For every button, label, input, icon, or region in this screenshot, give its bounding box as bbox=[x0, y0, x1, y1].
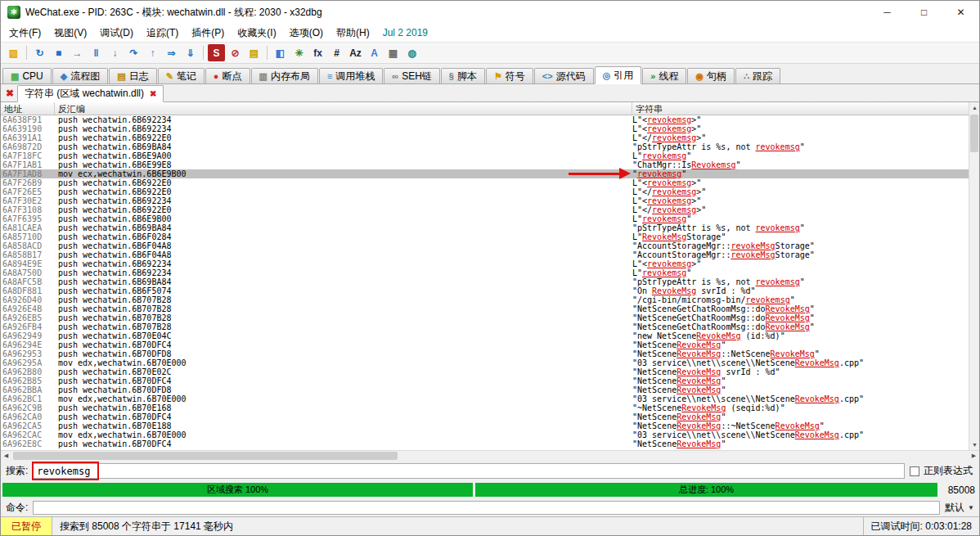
open-file-icon[interactable]: ▨ bbox=[5, 44, 22, 61]
table-row[interactable]: 6A7F26E5push wechatwin.6B6922E0L"</revok… bbox=[1, 187, 979, 196]
table-row[interactable]: 6A926FB4push wechatwin.6B707B28"NetScene… bbox=[1, 322, 979, 331]
step-over-icon[interactable]: ↷ bbox=[125, 44, 142, 61]
close-reference-tab-icon[interactable]: ✖ bbox=[2, 86, 17, 101]
table-row[interactable]: 6A962953push wechatwin.6B70DFD8"NetScene… bbox=[1, 349, 979, 358]
table-row[interactable]: 6A962BBApush wechatwin.6B70DFD8"NetScene… bbox=[1, 385, 979, 394]
run-to-user-code-icon[interactable]: ⇒ bbox=[163, 44, 180, 61]
horizontal-scrollbar[interactable]: ◀ ▶ bbox=[1, 450, 979, 461]
tab-symbols[interactable]: ⚑符号 bbox=[486, 68, 533, 83]
scroll-left-icon[interactable]: ◀ bbox=[1, 453, 11, 459]
command-profile-dropdown[interactable]: 默认 ▼ bbox=[945, 501, 974, 515]
stop-icon[interactable]: ■ bbox=[50, 44, 67, 61]
tab-notes[interactable]: ✎笔记 bbox=[158, 68, 205, 83]
table-row[interactable]: 6A7F1AD8mov ecx,wechatwin.6B6E9B00"revok… bbox=[1, 169, 979, 178]
table-row[interactable]: 6A962E8Cpush wechatwin.6B70DFC4"NetScene… bbox=[1, 439, 979, 448]
tab-memory-map[interactable]: ▥内存布局 bbox=[251, 68, 318, 83]
table-row[interactable]: 6A962949push wechatwin.6B70E04C"new NetS… bbox=[1, 331, 979, 340]
run-icon[interactable]: → bbox=[69, 44, 86, 61]
close-button[interactable]: ✕ bbox=[942, 1, 979, 24]
menu-item[interactable]: 调试(D) bbox=[93, 24, 140, 43]
menu-item[interactable]: 视图(V) bbox=[47, 24, 93, 43]
vertical-scroll-thumb[interactable] bbox=[970, 115, 978, 152]
tab-breakpoints[interactable]: ●断点 bbox=[205, 68, 250, 83]
table-row[interactable]: 6A96295Amov edx,wechatwin.6B70E000"03_se… bbox=[1, 358, 979, 367]
table-row[interactable]: 6A962BC1mov edx,wechatwin.6B70E000"03_se… bbox=[1, 394, 979, 403]
tab-handles[interactable]: ◉句柄 bbox=[687, 68, 735, 83]
horizontal-scroll-track[interactable] bbox=[11, 451, 969, 462]
step-into-icon[interactable]: ↓ bbox=[106, 44, 124, 61]
table-row[interactable]: 6A962CACmov edx,wechatwin.6B70E000"03_se… bbox=[1, 430, 979, 439]
az-icon[interactable]: Az bbox=[347, 44, 364, 61]
tab-graph[interactable]: ◆流程图 bbox=[52, 68, 108, 83]
pause-icon[interactable]: ‖ bbox=[88, 44, 105, 61]
table-row[interactable]: 6A926E4Bpush wechatwin.6B707B28"NetScene… bbox=[1, 304, 979, 313]
regex-checkbox[interactable] bbox=[910, 466, 919, 476]
table-row[interactable]: 6A962B85push wechatwin.6B70DFC4"NetScene… bbox=[1, 376, 979, 385]
table-row[interactable]: 6A962CA0push wechatwin.6B70DFC4"NetScene… bbox=[1, 412, 979, 421]
font-icon[interactable]: A bbox=[366, 44, 383, 61]
table-row[interactable]: 6A858ACDpush wechatwin.6B6F04A8"AccountS… bbox=[1, 241, 979, 250]
table-row[interactable]: 6A639190push wechatwin.6B692234L"<revoke… bbox=[1, 124, 979, 133]
tab-references[interactable]: ◎引用 bbox=[595, 66, 642, 84]
tab-cpu[interactable]: ▦CPU bbox=[2, 68, 52, 83]
table-row[interactable]: 6A858B17push wechatwin.6B6F04A8"AccountS… bbox=[1, 250, 979, 259]
vertical-scroll-track[interactable] bbox=[969, 113, 979, 439]
restart-icon[interactable]: ↻ bbox=[31, 44, 48, 61]
hash-icon[interactable]: # bbox=[328, 44, 345, 61]
tab-source[interactable]: <>源代码 bbox=[534, 68, 594, 83]
table-row[interactable]: 6A8A750Dpush wechatwin.6B692234L"revokem… bbox=[1, 268, 979, 277]
scroll-right-icon[interactable]: ▶ bbox=[969, 453, 979, 459]
menu-item[interactable]: 选项(O) bbox=[283, 24, 330, 43]
menu-item[interactable]: 文件(F) bbox=[2, 24, 47, 43]
table-row[interactable]: 6A6391A1push wechatwin.6B6922E0L"</revok… bbox=[1, 133, 979, 142]
table-row[interactable]: 6A962CA5push wechatwin.6B70E188"NetScene… bbox=[1, 421, 979, 430]
table-row[interactable]: 6A7F6395push wechatwin.6B6E9B00L"revokem… bbox=[1, 214, 979, 223]
tab-script[interactable]: §脚本 bbox=[441, 68, 485, 83]
disable-breakpoint-icon[interactable]: ⊘ bbox=[227, 44, 244, 61]
table-row[interactable]: 6A8DF881push wechatwin.6B6F5074"On Revok… bbox=[1, 286, 979, 295]
maximize-button[interactable]: □ bbox=[906, 1, 942, 24]
menu-item[interactable]: 帮助(H) bbox=[330, 24, 376, 43]
regex-option[interactable]: 正则表达式 bbox=[910, 464, 974, 478]
tab-threads[interactable]: »线程 bbox=[642, 68, 686, 83]
command-input[interactable] bbox=[33, 501, 940, 515]
scroll-down-icon[interactable]: ▼ bbox=[969, 439, 979, 450]
tab-call-stack[interactable]: ≡调用堆栈 bbox=[319, 68, 383, 83]
table-row[interactable]: 6A85710Dpush wechatwin.6B6F0284L"RevokeM… bbox=[1, 232, 979, 241]
log-window-icon[interactable]: ▤ bbox=[245, 44, 263, 61]
table-row[interactable]: 6A96294Epush wechatwin.6B70DFC4"NetScene… bbox=[1, 340, 979, 349]
table-row[interactable]: 6A7F1AB1push wechatwin.6B6E99E8"ChatMgr:… bbox=[1, 160, 979, 169]
table-row[interactable]: 6A962B80push wechatwin.6B70E02C"NetScene… bbox=[1, 367, 979, 376]
horizontal-scroll-thumb[interactable] bbox=[13, 452, 398, 460]
tab-trace[interactable]: ∴跟踪 bbox=[735, 68, 780, 83]
menu-item[interactable]: 收藏夹(I) bbox=[231, 24, 282, 43]
table-row[interactable]: 6A926D40push wechatwin.6B707B28"/cgi-bin… bbox=[1, 295, 979, 304]
table-row[interactable]: 6A7F26B9push wechatwin.6B6922E0L"<revoke… bbox=[1, 178, 979, 187]
search-input[interactable] bbox=[33, 463, 905, 479]
tab-close-icon[interactable]: ✖ bbox=[150, 89, 156, 98]
table-row[interactable]: 6A81CAEApush wechatwin.6B69BA84"pStrType… bbox=[1, 223, 979, 232]
vertical-scrollbar[interactable]: ▲ ▼ bbox=[969, 102, 979, 450]
patch-icon[interactable]: ◧ bbox=[272, 44, 289, 61]
table-row[interactable]: 6A7F18FCpush wechatwin.6B6E9A00L"revokem… bbox=[1, 151, 979, 160]
table-row[interactable]: 6A638F91push wechatwin.6B692234L"<revoke… bbox=[1, 115, 979, 124]
animate-into-icon[interactable]: ⇓ bbox=[182, 44, 199, 61]
settings-icon[interactable]: S bbox=[208, 44, 225, 61]
globe-icon[interactable]: ◍ bbox=[403, 44, 420, 61]
strings-document-tab[interactable]: 字符串 (区域 wechatwin.dll) ✖ bbox=[17, 85, 164, 102]
memory-icon[interactable]: ▦ bbox=[384, 44, 402, 61]
scroll-up-icon[interactable]: ▲ bbox=[969, 102, 979, 113]
minimize-button[interactable]: ─ bbox=[869, 1, 906, 24]
menu-item[interactable]: 插件(P) bbox=[185, 24, 231, 43]
fx-icon[interactable]: fx bbox=[309, 44, 326, 61]
gear-icon[interactable]: ✳ bbox=[290, 44, 308, 61]
table-row[interactable]: 6A894E9Epush wechatwin.6B692234L"<revoke… bbox=[1, 259, 979, 268]
table-row[interactable]: 6A7F3108push wechatwin.6B6922E0L"</revok… bbox=[1, 205, 979, 214]
execute-till-return-icon[interactable]: ↑ bbox=[144, 44, 161, 61]
table-row[interactable]: 6A926EB5push wechatwin.6B707B28"NetScene… bbox=[1, 313, 979, 322]
tab-log[interactable]: ▤日志 bbox=[109, 68, 156, 83]
table-row[interactable]: 6A962C9Bpush wechatwin.6B70E168"~NetScen… bbox=[1, 403, 979, 412]
menu-item[interactable]: 追踪(T) bbox=[140, 24, 185, 43]
table-row[interactable]: 6A8AFC5Bpush wechatwin.6B69BA84"pStrType… bbox=[1, 277, 979, 286]
tab-seh[interactable]: ∞SEH链 bbox=[384, 68, 440, 83]
